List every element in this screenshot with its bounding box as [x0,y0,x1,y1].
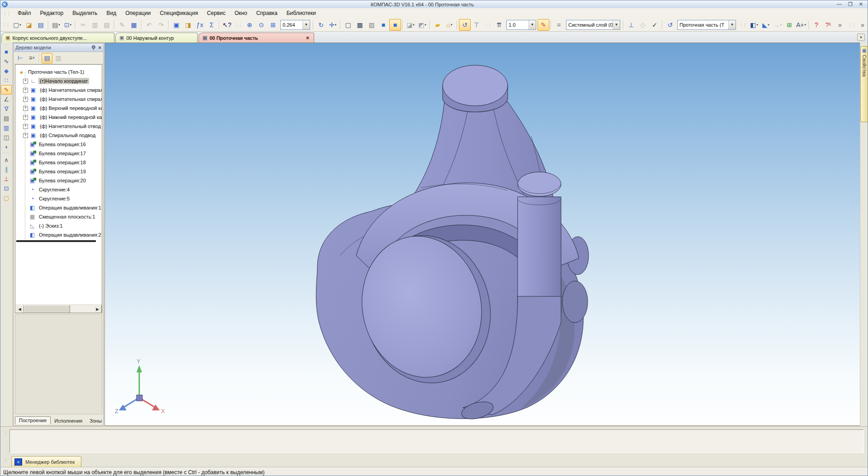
context-help-button[interactable]: ↖? [221,19,233,31]
tree-item[interactable]: +▣(ф) Нагнетательная спирал [15,95,102,104]
composition-sections-button[interactable]: ▤ [42,53,52,63]
tree-item[interactable]: ◺(-) Эскиз:1 [15,221,102,230]
model-canvas[interactable]: Y X Z [105,43,861,425]
menu-file[interactable]: Файл [13,9,36,18]
hidden-lines-thin-button[interactable]: ▨ [366,19,377,31]
hidden-lines-button[interactable]: ▩ [354,19,366,31]
model-flow-part[interactable] [316,65,589,422]
tree-item[interactable]: +▣(ф) Нижний переводной ка [15,113,102,122]
viewport-3d[interactable]: Y X Z [104,43,861,426]
layers-button[interactable]: ≡ [553,19,565,31]
expand-icon[interactable]: + [23,133,28,138]
section-display-dropdown-icon[interactable]: ▾ [413,23,415,27]
expand-icon[interactable]: + [23,115,28,120]
current-scale-combo[interactable]: 0.264▼ [280,20,310,30]
measure-button[interactable]: ⊞ [783,19,795,31]
auxiliary-geometry-button[interactable]: ✎ [1,85,12,95]
tree-item[interactable]: ◔Скругление:4 [15,185,102,194]
tree-item[interactable]: +▣(ф) Верхний переводной ка [15,104,102,113]
spatial-curves-button[interactable]: ∿ [1,57,12,66]
menu-help[interactable]: Справка [252,9,282,18]
load-application-button[interactable]: ◨ [182,19,194,31]
sketch-mode-button[interactable]: ✎ [538,19,549,31]
measurements-3d-button[interactable]: ∠ [1,95,12,104]
current-scale-dropdown-icon[interactable]: ▼ [302,20,310,29]
scroll-right-icon[interactable]: ▶ [93,305,102,313]
imported-elements-button[interactable]: ⊡ [1,184,12,193]
menu-service[interactable]: Сервис [203,9,230,18]
solid-body-dropdown-icon[interactable]: ▾ [768,23,769,27]
construction-planes-button[interactable]: ∥ [1,165,12,174]
design-elements-button[interactable]: ◫ [1,133,12,142]
print-preview-dropdown-icon[interactable]: ▾ [70,23,72,27]
expand-icon[interactable]: + [23,106,28,111]
step-value-combo[interactable]: 1.0▼ [506,20,536,30]
relations-display-button[interactable]: ≡▾ [26,53,37,63]
scroll-left-icon[interactable]: ◀ [15,305,24,313]
document-tab-3[interactable]: ▣00 Проточная часть× [198,33,314,43]
rotate-view-button[interactable]: ↺ [459,19,471,31]
scrollbar-thumb[interactable] [24,305,70,313]
current-layer-combo[interactable]: Системный слой (0)▼ [566,20,620,30]
perspective-button[interactable]: ▰ [432,19,443,31]
paste-button[interactable]: ▧ [101,19,113,31]
help-button[interactable]: ? [811,19,822,31]
construction-axes-button[interactable]: ⊥ [1,174,12,184]
undo-button[interactable]: ↶ [143,19,155,31]
save-document-button[interactable]: ▤ [35,19,47,31]
menu-libraries[interactable]: Библиотеки [282,9,321,18]
print-button[interactable]: ▤▾ [50,19,62,31]
toolbar-more-button[interactable]: » [834,19,846,31]
arrays-button[interactable]: ∷ [1,76,12,85]
functions-button[interactable]: ƒx [194,19,206,31]
current-layer-dropdown-icon[interactable]: ▼ [613,20,620,29]
menu-specification[interactable]: Спецификация [155,9,202,18]
minimize-button[interactable]: — [837,2,842,7]
show-document-button[interactable]: ▣ [170,19,182,31]
menu-view[interactable]: Вид [102,9,121,18]
print-preview-button[interactable]: ⊡▾ [62,19,74,31]
zoom-selected-button[interactable]: ⊙ [255,19,267,31]
new-document-dropdown-icon[interactable]: ▾ [19,23,21,27]
shift-view-dropdown-icon[interactable]: ▾ [335,23,337,27]
zoom-in-button[interactable]: ⊕ [244,19,255,31]
surfaces-button[interactable]: ◆ [1,66,12,76]
relations-display-dropdown-icon[interactable]: ▾ [33,56,35,60]
tree-item[interactable]: +∟(т)Начало координат [15,76,102,86]
tree-item[interactable]: ◔Скругление:5 [15,194,102,203]
sheet-metal-button[interactable]: ◖ [1,142,12,152]
variables-button[interactable]: Σ [206,19,217,31]
zoom-area-button[interactable]: ⊞ [267,19,279,31]
display-mode-button[interactable]: ◧▾ [748,19,760,31]
tree-item[interactable]: ●Проточная часть (Тел-1) [15,67,102,76]
tree-item[interactable]: +▣(ф) Нагнетательный отвод [15,122,102,131]
tab-close-icon[interactable]: × [306,35,309,41]
tree-item[interactable]: +▣(ф) Нагнетательная спирал [15,86,102,95]
open-document-button[interactable]: ◪ [23,19,35,31]
current-part-combo[interactable]: Проточная часть (Т▼ [677,20,736,30]
check-document-button[interactable]: ✓ [649,19,660,31]
tree-item[interactable]: ◧Операция выдавливания:2 [15,230,102,239]
tree-item[interactable]: ▦Смещенная плоскость:1 [15,212,102,221]
additional-window-button[interactable]: ▥ [53,53,64,63]
display-mode-dropdown-icon[interactable]: ▾ [756,23,758,27]
orientation-dropdown-icon[interactable]: ▾ [451,23,453,27]
local-cs-button[interactable]: ⊥ [625,19,637,31]
cs-settings-button[interactable]: ◇ [637,19,649,31]
shaded-with-edges-button[interactable]: ■ [389,19,401,31]
restore-button[interactable]: ❐ [848,2,853,7]
wireframe-button[interactable]: ▢ [342,19,354,31]
section-zones-button[interactable]: ◩▾ [416,19,428,31]
section-display-button[interactable]: ◪▾ [405,19,416,31]
specification-button[interactable]: ▤ [1,114,12,123]
aux-elements-button[interactable]: ∧ [1,155,12,165]
spatial-ruler-button[interactable]: ⊤ [471,19,482,31]
solid-editing-button[interactable]: ■ [1,47,12,57]
close-button[interactable]: ✕ [859,2,863,7]
copy-properties-button[interactable]: ✎ [116,19,128,31]
pin-icon[interactable] [90,45,96,50]
menu-operations[interactable]: Операции [121,9,155,18]
tree-item[interactable]: ▣Булева операция:16 [15,140,102,149]
section-zones-dropdown-icon[interactable]: ▾ [425,23,426,27]
reports-button[interactable]: ▥ [1,123,12,133]
